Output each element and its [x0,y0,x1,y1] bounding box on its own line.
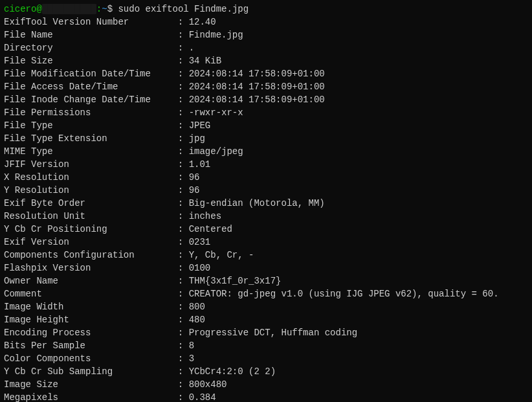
exif-row: Components Configuration : Y, Cb, Cr, - [4,249,528,262]
exif-value: inches [189,211,221,221]
exif-row: Flashpix Version : 0100 [4,262,528,274]
prompt-separator: : [96,4,102,14]
prompt-path: ~ [102,4,107,14]
exif-separator: : [178,82,189,92]
exif-separator: : [178,56,189,66]
exif-label: Encoding Process [4,328,178,338]
exif-value: YCbCr4:2:0 (2 2) [189,366,276,377]
exif-label: File Inode Change Date/Time [4,95,178,105]
exif-separator: : [178,366,189,377]
terminal-prompt-line[interactable]: cicero@██████████:~$ sudo exiftool Findm… [4,3,528,16]
exif-separator: : [178,289,189,299]
prompt-hidden-host: ██████████ [42,4,96,14]
exif-separator: : [178,353,189,364]
exif-label: MIME Type [4,146,178,157]
exif-row: File Permissions : -rwxr-xr-x [4,106,528,119]
exif-value: THM{3x1f_0r_3x17} [189,276,282,286]
exif-label: File Name [4,30,178,40]
exif-row: X Resolution : 96 [4,171,528,184]
exif-label: Owner Name [4,276,178,286]
exif-value: 800x480 [189,379,227,390]
exif-label: Comment [4,289,178,299]
exif-value: Findme.jpg [189,30,243,40]
exif-label: Directory [4,43,178,53]
exif-row: Color Components : 3 [4,352,528,365]
exif-row: File Name : Findme.jpg [4,28,528,41]
exif-label: Image Width [4,302,178,312]
terminal-output: ExifTool Version Number : 12.40File Name… [4,16,528,402]
exif-separator: : [178,237,189,247]
command-text: sudo exiftool Findme.jpg [118,4,249,14]
prompt-at: @ [36,4,41,14]
exif-value: 0.384 [189,392,216,402]
exif-separator: : [178,159,189,170]
exif-label: Flashpix Version [4,263,178,273]
exif-row: Comment : CREATOR: gd-jpeg v1.0 (using I… [4,287,528,300]
exif-label: Megapixels [4,392,178,402]
exif-separator: : [178,95,189,105]
exif-separator: : [178,198,189,208]
exif-separator: : [178,276,189,286]
exif-row: Resolution Unit : inches [4,210,528,223]
exif-value: 1.01 [189,159,211,170]
exif-row: Image Width : 800 [4,300,528,313]
exif-row: File Access Date/Time : 2024:08:14 17:58… [4,80,528,93]
exif-separator: : [178,17,189,27]
exif-separator: : [178,328,189,338]
exif-label: File Permissions [4,107,178,118]
exif-value: 0100 [189,263,211,273]
exif-label: Image Height [4,315,178,325]
exif-row: File Inode Change Date/Time : 2024:08:14… [4,93,528,106]
exif-label: JFIF Version [4,159,178,170]
prompt-symbol: $ [107,4,118,14]
exif-separator: : [178,341,189,351]
exif-value: Big-endian (Motorola, MM) [189,198,325,208]
exif-row: File Type Extension : jpg [4,132,528,145]
exif-row: Bits Per Sample : 8 [4,339,528,352]
exif-row: Exif Byte Order : Big-endian (Motorola, … [4,197,528,210]
exif-row: Exif Version : 0231 [4,236,528,249]
exif-label: File Modification Date/Time [4,69,178,79]
exif-label: File Type [4,120,178,131]
exif-value: 96 [189,172,200,183]
exif-value: 12.40 [189,17,216,27]
exif-label: Exif Byte Order [4,198,178,208]
exif-separator: : [178,379,189,390]
exif-value: 96 [189,185,200,195]
exif-row: Image Height : 480 [4,313,528,326]
exif-separator: : [178,69,189,79]
exif-row: File Size : 34 KiB [4,54,528,67]
exif-label: ExifTool Version Number [4,17,178,27]
exif-value: CREATOR: gd-jpeg v1.0 (using IJG JPEG v6… [189,289,499,299]
exif-separator: : [178,43,189,53]
exif-label: Image Size [4,379,178,390]
exif-separator: : [178,120,189,131]
exif-value: 800 [189,302,205,312]
exif-value: 3 [189,353,194,364]
exif-value: . [189,43,194,53]
exif-separator: : [178,146,189,157]
exif-value: 34 KiB [189,56,221,66]
exif-row: File Type : JPEG [4,119,528,132]
exif-row: File Modification Date/Time : 2024:08:14… [4,67,528,80]
prompt-user: cicero [4,4,36,14]
exif-label: File Access Date/Time [4,82,178,92]
exif-value: Centered [189,224,232,234]
exif-label: File Size [4,56,178,66]
exif-label: Y Cb Cr Sub Sampling [4,366,178,377]
exif-value: Progressive DCT, Huffman coding [189,328,357,338]
exif-label: X Resolution [4,172,178,183]
exif-row: Y Cb Cr Positioning : Centered [4,223,528,236]
exif-row: Encoding Process : Progressive DCT, Huff… [4,326,528,339]
exif-separator: : [178,30,189,40]
exif-row: Megapixels : 0.384 [4,391,528,402]
exif-separator: : [178,392,189,402]
exif-label: Color Components [4,353,178,364]
exif-separator: : [178,211,189,221]
exif-row: ExifTool Version Number : 12.40 [4,16,528,28]
exif-label: Y Resolution [4,185,178,195]
exif-row: Directory : . [4,41,528,54]
exif-label: Bits Per Sample [4,341,178,351]
exif-value: JPEG [189,120,211,131]
exif-separator: : [178,224,189,234]
